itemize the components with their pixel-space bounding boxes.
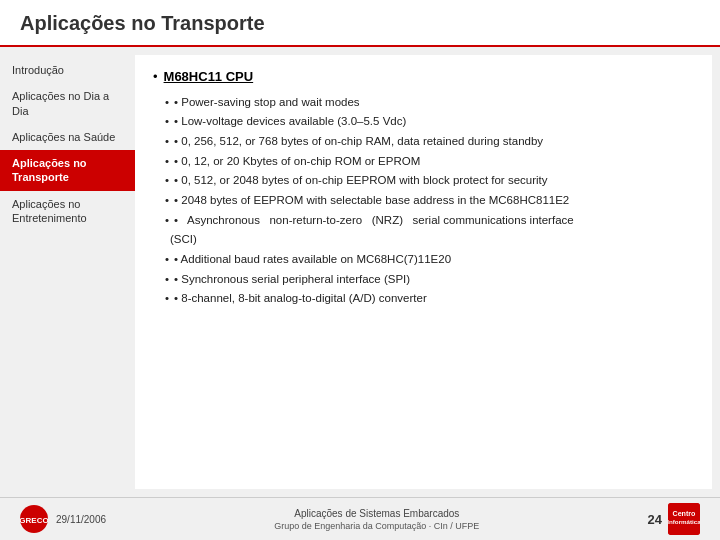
sidebar-item-transporte[interactable]: Aplicações no Transporte xyxy=(0,150,135,191)
title-bar: Aplicações no Transporte xyxy=(0,0,720,47)
page-number: 24 xyxy=(648,512,662,527)
list-item: • 0, 512, or 2048 bytes of on-chip EEPRO… xyxy=(165,171,574,191)
cin-logo: Centro Informática xyxy=(668,503,700,535)
sidebar-item-dia-a-dia[interactable]: Aplicações no Dia a Dia xyxy=(0,83,135,124)
sidebar: Introdução Aplicações no Dia a Dia Aplic… xyxy=(0,47,135,497)
footer-right: 24 Centro Informática xyxy=(648,503,700,535)
sidebar-item-saude[interactable]: Aplicações na Saúde xyxy=(0,124,135,150)
list-item: • 0, 256, 512, or 768 bytes of on-chip R… xyxy=(165,131,574,151)
content-bullets: • Power-saving stop and wait modes • Low… xyxy=(165,92,574,308)
footer-center: Aplicações de Sistemas Embarcados Grupo … xyxy=(106,508,647,531)
list-item: • 2048 bytes of EEPROM with selectable b… xyxy=(165,190,574,210)
footer: GRECO 29/11/2006 Aplicações de Sistemas … xyxy=(0,497,720,540)
svg-text:GRECO: GRECO xyxy=(20,516,48,525)
footer-center-text: Aplicações de Sistemas Embarcados xyxy=(106,508,647,519)
list-item: • 8-channel, 8-bit analog-to-digital (A/… xyxy=(165,289,574,309)
footer-left: GRECO 29/11/2006 xyxy=(20,505,106,533)
svg-text:Centro: Centro xyxy=(673,510,697,518)
content-panel: • M68HC11 CPU • Power-saving stop and wa… xyxy=(135,55,712,489)
footer-date: 29/11/2006 xyxy=(56,514,106,525)
list-item: • Additional baud rates available on MC6… xyxy=(165,249,574,269)
page-title: Aplicações no Transporte xyxy=(20,12,700,35)
main-bullet-dot: • xyxy=(153,69,158,84)
main-bullet-text: M68HC11 CPU xyxy=(164,69,254,84)
list-item: (SCI) xyxy=(165,230,574,250)
sidebar-item-introducao[interactable]: Introdução xyxy=(0,57,135,83)
list-item: • Power-saving stop and wait modes xyxy=(165,92,574,112)
list-item: • 0, 12, or 20 Kbytes of on-chip ROM or … xyxy=(165,151,574,171)
list-item: • Low-voltage devices available (3.0–5.5… xyxy=(165,112,574,132)
svg-text:Informática: Informática xyxy=(668,518,700,525)
footer-bottom-line: Grupo de Engenharia da Computação · CIn … xyxy=(106,521,647,531)
list-item: • Asynchronous non-return-to-zero (NRZ) … xyxy=(165,210,574,230)
sidebar-item-entretenimento[interactable]: Aplicações no Entretenimento xyxy=(0,191,135,232)
greco-logo: GRECO xyxy=(20,505,48,533)
main-content: Introdução Aplicações no Dia a Dia Aplic… xyxy=(0,47,720,497)
list-item: • Synchronous serial peripheral interfac… xyxy=(165,269,574,289)
page-container: Aplicações no Transporte Introdução Apli… xyxy=(0,0,720,540)
